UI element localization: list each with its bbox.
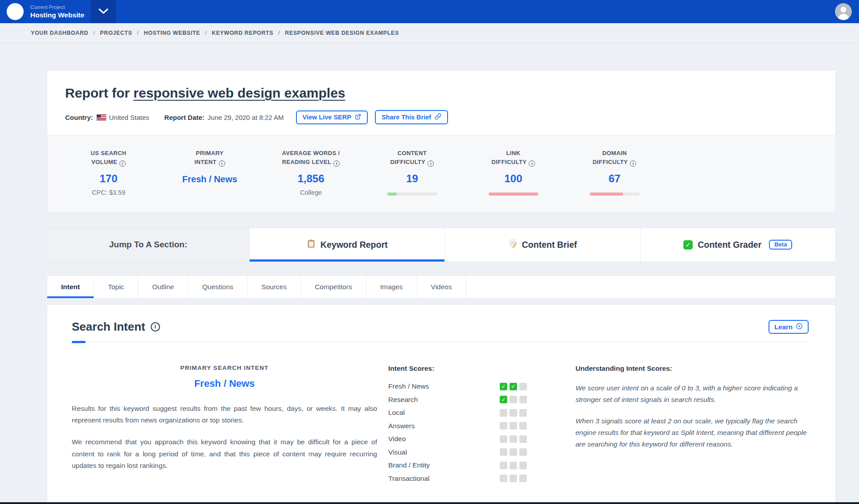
jump-section-label: Jump To A Section: (47, 228, 249, 262)
score-empty-square (500, 422, 507, 430)
breadcrumb-projects[interactable]: PROJECTS (100, 30, 132, 36)
report-date-label: Report Date: (164, 114, 205, 121)
info-icon[interactable] (119, 160, 126, 167)
jump-item-keyword-report[interactable]: Keyword Report (249, 228, 444, 262)
info-icon[interactable] (333, 160, 340, 167)
metric-sub: CPC: $3.59 (58, 189, 159, 196)
person-icon (835, 3, 852, 20)
score-empty-square (500, 462, 507, 469)
app-logo (7, 3, 24, 20)
main-content: Report for responsive web design example… (0, 70, 859, 504)
metric-domain-difficulty: DOMAINDIFFICULTY 67 (564, 149, 665, 196)
difficulty-progress-bar (387, 193, 437, 196)
tab-competitors[interactable]: Competitors (301, 276, 366, 298)
score-squares (500, 409, 529, 417)
breadcrumb-keyword-reports[interactable]: KEYWORD REPORTS (212, 30, 273, 36)
play-icon (796, 323, 803, 331)
tab-outline[interactable]: Outline (138, 276, 188, 298)
score-squares (500, 475, 529, 482)
metric-label: CONTENTDIFFICULTY (362, 149, 463, 167)
score-empty-square (519, 462, 527, 469)
tabs-filler (466, 276, 835, 298)
section-divider (72, 341, 809, 343)
score-empty-square (500, 409, 507, 417)
memo-icon (508, 239, 517, 250)
intent-scores-column: Intent Scores: Fresh / News✓✓ Research✓ … (388, 365, 549, 485)
metric-sub: College (260, 189, 362, 196)
score-empty-square (519, 475, 527, 482)
report-summary-card: Report for responsive web design example… (47, 70, 836, 213)
score-empty-square (510, 448, 517, 456)
report-header: Report for responsive web design example… (47, 70, 835, 135)
score-squares (500, 462, 529, 469)
tab-images[interactable]: Images (366, 276, 417, 298)
tab-sources[interactable]: Sources (247, 276, 301, 298)
info-icon[interactable] (529, 160, 535, 167)
report-tabs: Intent Topic Outline Questions Sources C… (47, 275, 836, 299)
metric-label: AVERAGE WORDS /READING LEVEL (260, 149, 362, 167)
user-avatar[interactable] (835, 3, 852, 20)
external-link-icon (355, 114, 361, 121)
score-row-fresh-news: Fresh / News✓✓ (388, 380, 549, 393)
score-empty-square (510, 462, 517, 469)
metric-us-search-volume: US SEARCHVOLUME 170 CPC: $3.59 (58, 149, 159, 196)
tab-intent[interactable]: Intent (47, 276, 94, 298)
project-dropdown-button[interactable] (90, 0, 116, 23)
breadcrumb-current-report[interactable]: RESPONSIVE WEB DESIGN EXAMPLES (285, 30, 399, 36)
breadcrumb-separator: / (137, 30, 139, 36)
score-empty-square (500, 435, 507, 443)
metric-value: 170 (58, 172, 159, 185)
page-title: Report for responsive web design example… (65, 86, 818, 101)
metric-content-difficulty: CONTENTDIFFICULTY 19 (362, 149, 463, 196)
info-icon[interactable] (219, 160, 225, 167)
metric-value: Fresh / News (159, 174, 260, 184)
score-row-video: Video (388, 433, 549, 446)
section-title: Search Intent (72, 320, 160, 334)
understanding-scores-column: Understanding Intent Scores: We score us… (575, 365, 810, 485)
current-project-label: Current Project (30, 4, 84, 10)
understanding-scores-heading: Understanding Intent Scores: (575, 365, 810, 373)
primary-search-intent-label: PRIMARY SEARCH INTENT (72, 365, 377, 371)
score-empty-square (519, 409, 527, 417)
score-empty-square (500, 448, 507, 456)
tab-topic[interactable]: Topic (94, 276, 138, 298)
score-squares: ✓ (500, 396, 529, 403)
jump-section-bar: Jump To A Section: Keyword Report Conten… (47, 228, 836, 262)
tab-questions[interactable]: Questions (189, 276, 248, 298)
breadcrumb-separator: / (205, 30, 207, 36)
report-keyword-link[interactable]: responsive web design examples (133, 86, 345, 100)
score-row-local: Local (388, 406, 549, 420)
metric-primary-intent: PRIMARYINTENT Fresh / News (159, 149, 260, 196)
learn-button[interactable]: Learn (769, 320, 809, 334)
understanding-paragraph: We score user intent on a scale of 0 to … (575, 382, 810, 406)
breadcrumb-separator: / (278, 30, 280, 36)
us-flag-icon (97, 115, 106, 120)
clipboard-icon (307, 239, 316, 250)
jump-item-content-brief[interactable]: Content Brief (444, 228, 640, 262)
current-project: Current Project Hosting Website (30, 4, 84, 19)
score-empty-square (519, 448, 527, 456)
score-check-icon: ✓ (500, 396, 507, 403)
score-empty-square (510, 435, 517, 443)
metrics-row: US SEARCHVOLUME 170 CPC: $3.59 PRIMARYIN… (47, 135, 835, 212)
learn-button-label: Learn (774, 323, 793, 331)
tab-videos[interactable]: Videos (417, 276, 466, 298)
difficulty-progress-bar (489, 193, 538, 196)
link-icon (435, 113, 441, 121)
info-icon[interactable] (427, 160, 434, 167)
info-icon[interactable] (630, 160, 636, 167)
breadcrumb-hosting-website[interactable]: HOSTING WEBSITE (144, 30, 200, 36)
metric-label: PRIMARYINTENT (159, 149, 260, 167)
view-live-serp-button[interactable]: View Live SERP (296, 111, 368, 124)
score-row-research: Research✓ (388, 393, 549, 406)
jump-item-content-grader[interactable]: ✓ Content Grader Beta (640, 228, 835, 262)
metric-value: 19 (362, 172, 463, 185)
breadcrumb-dashboard[interactable]: YOUR DASHBOARD (31, 30, 88, 36)
check-icon: ✓ (683, 240, 693, 250)
info-icon[interactable] (151, 322, 160, 332)
metric-label: US SEARCHVOLUME (58, 149, 159, 167)
primary-intent-column: PRIMARY SEARCH INTENT Fresh / News Resul… (72, 365, 377, 485)
chevron-down-icon (99, 8, 108, 15)
share-brief-button[interactable]: Share This Brief (375, 110, 448, 124)
jump-item-label: Keyword Report (321, 240, 388, 250)
